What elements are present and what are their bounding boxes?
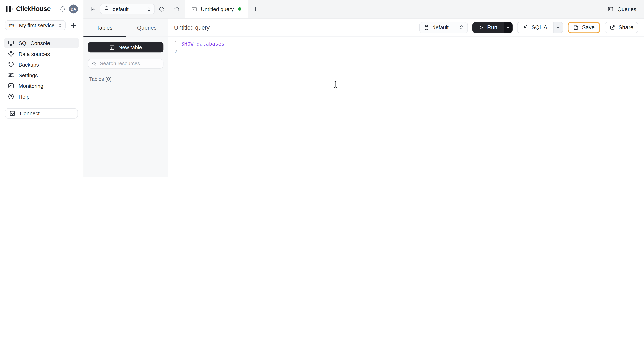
home-tab[interactable] xyxy=(168,0,185,18)
editor-line: 1 SHOW databases xyxy=(168,39,644,48)
tables-count-label: Tables (0) xyxy=(88,76,164,82)
sidebar-item-label: Monitoring xyxy=(18,83,44,89)
clickhouse-console-screen: ClickHouse DA aws My first se xyxy=(0,0,644,177)
svg-text:aws: aws xyxy=(9,23,14,26)
refresh-icon[interactable] xyxy=(158,6,165,12)
save-label: Save xyxy=(582,24,595,30)
query-tabs: Untitled query xyxy=(168,0,264,18)
save-icon xyxy=(573,24,579,30)
sql-ai-options-button[interactable] xyxy=(553,22,563,32)
line-number: 1 xyxy=(168,41,181,46)
clickhouse-logo-icon xyxy=(6,5,13,13)
bell-icon[interactable] xyxy=(59,6,66,13)
database-selector[interactable]: default xyxy=(100,3,155,14)
settings-icon xyxy=(8,72,14,78)
share-button[interactable]: Share xyxy=(604,21,638,33)
avatar[interactable]: DA xyxy=(69,4,78,13)
sidebar-item-data-sources[interactable]: Data sources xyxy=(4,48,79,59)
sidebar-item-label: Help xyxy=(18,93,30,99)
resources-panel: Tables Queries New table xyxy=(83,18,168,177)
table-grid-icon xyxy=(109,44,115,50)
play-icon xyxy=(478,25,484,29)
tab-queries[interactable]: Queries xyxy=(126,18,168,37)
sidebar-item-label: Settings xyxy=(18,72,38,78)
strip-controls: default xyxy=(83,0,168,18)
text-cursor xyxy=(333,80,338,88)
connect-icon xyxy=(10,110,16,117)
query-header: Untitled query default xyxy=(168,18,644,37)
tab-title: Untitled query xyxy=(201,6,234,12)
terminal-icon xyxy=(608,6,614,12)
run-button[interactable]: Run xyxy=(472,21,504,33)
database-icon xyxy=(424,24,429,30)
tab-untitled-query[interactable]: Untitled query xyxy=(185,0,248,18)
code-text: SHOW databases xyxy=(181,40,224,47)
run-button-group: Run xyxy=(472,21,512,33)
search-resources-placeholder: Search resources xyxy=(100,61,140,66)
sidebar-item-label: SQL Console xyxy=(18,40,50,46)
collapse-sidebar-button[interactable] xyxy=(90,6,96,12)
terminal-icon xyxy=(191,6,197,12)
service-selector-row: aws My first service xyxy=(0,17,83,33)
sql-console-icon xyxy=(8,40,14,46)
sidebar-item-monitoring[interactable]: Monitoring xyxy=(4,80,79,91)
search-resources-input[interactable]: Search resources xyxy=(88,59,164,69)
chevron-updown-icon xyxy=(147,6,151,12)
sidebar-item-sql-console[interactable]: SQL Console xyxy=(4,38,79,48)
aws-icon: aws xyxy=(9,23,16,27)
active-tab-underline xyxy=(83,36,126,37)
resources-tabs: Tables Queries xyxy=(83,18,168,37)
chevron-updown-icon xyxy=(58,22,62,28)
help-icon xyxy=(8,93,14,100)
add-service-button[interactable] xyxy=(69,21,78,30)
new-tab-button[interactable] xyxy=(248,0,264,18)
tab-tables[interactable]: Tables xyxy=(83,18,126,37)
sidebar-nav: SQL Console Data sources Backups xyxy=(0,33,83,102)
run-database-value: default xyxy=(432,24,456,30)
monitoring-icon xyxy=(8,82,14,89)
sql-ai-button-group: SQL AI xyxy=(517,21,563,33)
sidebar-item-label: Backups xyxy=(18,61,39,67)
brand-title: ClickHouse xyxy=(16,5,51,13)
unsaved-indicator-dot xyxy=(238,7,242,11)
chevron-updown-icon xyxy=(460,24,463,30)
database-selector-value: default xyxy=(112,6,144,12)
sparkles-icon xyxy=(522,24,528,30)
sql-editor[interactable]: 1 SHOW databases 2 xyxy=(168,37,644,177)
run-database-selector[interactable]: default xyxy=(420,21,468,33)
top-tab-strip: default xyxy=(83,0,644,18)
sidebar-header: ClickHouse DA xyxy=(0,0,83,17)
new-table-label: New table xyxy=(118,44,142,50)
sidebar-item-backups[interactable]: Backups xyxy=(4,59,79,70)
sql-ai-button[interactable]: SQL AI xyxy=(518,22,553,32)
sidebar-item-help[interactable]: Help xyxy=(4,91,79,102)
search-icon xyxy=(92,61,97,66)
database-icon xyxy=(104,6,109,12)
new-table-button[interactable]: New table xyxy=(88,42,164,52)
run-options-button[interactable] xyxy=(504,21,512,33)
connect-label: Connect xyxy=(20,110,40,117)
connect-button[interactable]: Connect xyxy=(5,108,78,119)
query-title: Untitled query xyxy=(174,24,210,30)
share-label: Share xyxy=(618,24,633,30)
query-workspace: Untitled query default xyxy=(168,18,644,177)
sidebar-item-settings[interactable]: Settings xyxy=(4,70,79,80)
run-label: Run xyxy=(487,24,498,30)
sidebar: ClickHouse DA aws My first se xyxy=(0,0,83,177)
sql-ai-label: SQL AI xyxy=(532,24,549,30)
backups-icon xyxy=(8,61,14,68)
sidebar-item-label: Data sources xyxy=(18,51,50,57)
line-number: 2 xyxy=(168,49,181,55)
save-button[interactable]: Save xyxy=(568,21,600,33)
service-selector[interactable]: aws My first service xyxy=(5,20,66,30)
queries-button[interactable]: Queries xyxy=(600,0,644,18)
data-sources-icon xyxy=(8,50,14,57)
workspace: default xyxy=(83,0,644,177)
queries-label: Queries xyxy=(618,6,636,12)
service-name: My first service xyxy=(19,22,55,28)
editor-line: 2 xyxy=(168,48,644,56)
share-icon xyxy=(610,24,616,30)
